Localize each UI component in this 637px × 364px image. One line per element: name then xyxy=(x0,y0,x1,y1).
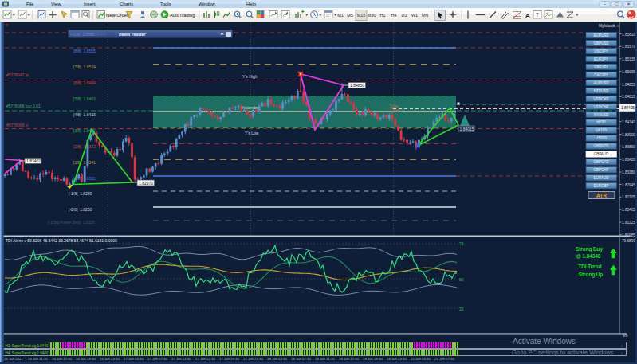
svg-text:21 Jun 07:30: 21 Jun 07:30 xyxy=(434,357,454,361)
svg-text:Charts: Charts xyxy=(120,2,133,6)
svg-text:H4: H4 xyxy=(391,13,396,18)
svg-text:1.84015: 1.84015 xyxy=(460,127,474,131)
svg-text:1.81985: 1.81985 xyxy=(622,233,635,237)
svg-text:[-1/3rd Frame Shift] 1.8228: [-1/3rd Frame Shift] 1.8228 xyxy=(48,221,95,225)
svg-text:16 Jun 11:30: 16 Jun 11:30 xyxy=(28,357,48,361)
svg-text:Y's Low: Y's Low xyxy=(245,131,259,135)
svg-text:M1: M1 xyxy=(337,13,344,18)
svg-text:[2/8] 1.8372: [2/8] 1.8372 xyxy=(73,144,96,149)
svg-text:[-1/8] 1.8280: [-1/8] 1.8280 xyxy=(69,191,92,196)
svg-text:HK50: HK50 xyxy=(596,120,606,124)
svg-text:1.82465: 1.82465 xyxy=(622,208,635,212)
svg-text:GBPNZD: GBPNZD xyxy=(594,144,610,148)
svg-text:1.84405: 1.84405 xyxy=(621,106,635,110)
svg-text:18 Jun 07:30: 18 Jun 07:30 xyxy=(291,357,311,361)
svg-text:File: File xyxy=(26,2,33,6)
svg-text:GBPCAD: GBPCAD xyxy=(593,160,609,164)
svg-text:Strong Up: Strong Up xyxy=(579,272,604,278)
svg-text:1.83180: 1.83180 xyxy=(622,170,635,174)
svg-text:17 Jun 03:30: 17 Jun 03:30 xyxy=(124,357,144,361)
svg-text:T: T xyxy=(536,12,539,18)
svg-text:Myfxbook ☺: Myfxbook ☺ xyxy=(599,24,620,28)
svg-text:USDJPY: USDJPY xyxy=(594,49,608,53)
svg-text:ATR: ATR xyxy=(596,193,607,198)
svg-text:[4/8] 1.8433: [4/8] 1.8433 xyxy=(73,112,96,117)
svg-text:[1/8] 1.8341: [1/8] 1.8341 xyxy=(73,160,96,165)
svg-text:GBPCHF: GBPCHF xyxy=(594,168,609,172)
svg-text:18 Jun 11:30: 18 Jun 11:30 xyxy=(315,357,335,361)
svg-text:XAUUSD: XAUUSD xyxy=(594,113,610,117)
svg-text:50: 50 xyxy=(459,277,464,282)
svg-text:[5/8] 1.8463: [5/8] 1.8463 xyxy=(73,96,96,101)
svg-text:CADJPY: CADJPY xyxy=(594,73,608,77)
svg-text:Open: Open xyxy=(391,108,400,112)
svg-text:W1: W1 xyxy=(411,13,418,18)
svg-text:EURUSD: EURUSD xyxy=(593,33,609,37)
svg-text:M5: M5 xyxy=(347,13,353,18)
svg-text:1.85335: 1.85335 xyxy=(622,57,635,61)
svg-text:↕: ↕ xyxy=(621,351,623,355)
svg-text:Window: Window xyxy=(199,2,215,6)
svg-text:17 Jun 23:30: 17 Jun 23:30 xyxy=(243,357,263,361)
svg-text:17 Jun 19:30: 17 Jun 19:30 xyxy=(219,357,239,361)
svg-text:AUDUSD: AUDUSD xyxy=(593,81,609,85)
svg-text:18 Jun 23:30: 18 Jun 23:30 xyxy=(387,357,407,361)
svg-text:GBPUSD: GBPUSD xyxy=(593,41,609,45)
svg-text:[8/8] 1.8555: [8/8] 1.8555 xyxy=(73,49,96,53)
svg-text:GBPJPY: GBPJPY xyxy=(594,65,608,69)
svg-text:GBPAUD: GBPAUD xyxy=(594,152,609,156)
svg-text:US500: US500 xyxy=(596,136,607,140)
svg-text:H1: H1 xyxy=(379,13,385,18)
svg-text:View: View xyxy=(51,2,61,6)
svg-text:EURJPY: EURJPY xyxy=(594,57,608,61)
svg-text:[6/8] 1.8494: [6/8] 1.8494 xyxy=(73,80,96,85)
svg-text:16 Jun 19:30: 16 Jun 19:30 xyxy=(76,357,96,361)
svg-text:#5778068 sl: #5778068 sl xyxy=(6,123,28,127)
svg-text:M15: M15 xyxy=(357,13,366,18)
svg-text:Activate Windows: Activate Windows xyxy=(513,337,576,346)
svg-text:1.83420: 1.83420 xyxy=(622,158,635,162)
svg-text:#5778068 buy 0.01: #5778068 buy 0.01 xyxy=(6,104,41,108)
svg-text:1.84850: 1.84850 xyxy=(350,83,364,88)
svg-text:NZDUSD: NZDUSD xyxy=(594,89,609,93)
svg-text:9/9: 9/9 xyxy=(623,334,628,338)
svg-text:Tools: Tools xyxy=(160,2,171,6)
svg-text:1.82225: 1.82225 xyxy=(622,221,635,225)
svg-text:TDI Alerts v 59.8206 46.5442 3: TDI Alerts v 59.8206 46.5442 33.2678 58.… xyxy=(6,238,117,243)
svg-text:−: − xyxy=(604,2,606,6)
svg-text:EURGBP: EURGBP xyxy=(593,184,608,188)
svg-text:USDCHF: USDCHF xyxy=(594,105,609,109)
svg-text:18 Jun 03:30: 18 Jun 03:30 xyxy=(267,357,287,361)
svg-text:[+2/8] 1.8586: [+2/8] 1.8586 xyxy=(70,32,95,37)
svg-text:1.84140: 1.84140 xyxy=(622,120,635,124)
svg-text:news reader: news reader xyxy=(119,32,147,37)
svg-text:78: 78 xyxy=(459,241,464,246)
svg-text:16 Jun 2021: 16 Jun 2021 xyxy=(4,357,23,361)
svg-text:21 Jun 03:30: 21 Jun 03:30 xyxy=(411,357,431,361)
svg-text:Help: Help xyxy=(246,2,256,6)
svg-text:Y's High: Y's High xyxy=(242,74,258,79)
svg-text:17 Jun 11:30: 17 Jun 11:30 xyxy=(171,357,191,361)
svg-text:D1: D1 xyxy=(401,13,407,18)
svg-text:↕: ↕ xyxy=(621,344,623,348)
svg-text:1.82705: 1.82705 xyxy=(622,195,635,199)
svg-text:Go to PC settings to activate: Go to PC settings to activate Windows. xyxy=(512,349,615,356)
svg-text:Insert: Insert xyxy=(84,2,96,6)
svg-text:1.83402: 1.83402 xyxy=(26,159,41,163)
svg-text:1.82945: 1.82945 xyxy=(622,183,635,187)
svg-text:1.82970: 1.82970 xyxy=(139,181,153,186)
svg-text:MN: MN xyxy=(422,13,429,18)
svg-text:79.6899: 79.6899 xyxy=(622,239,635,243)
svg-text:1.84615: 1.84615 xyxy=(622,95,635,99)
svg-text:H4 SuperTrend sig 1.8400: H4 SuperTrend sig 1.8400 xyxy=(6,351,49,355)
svg-text:Strong Buy: Strong Buy xyxy=(576,246,603,252)
svg-text:EURAUD: EURAUD xyxy=(593,176,609,180)
svg-text:✕: ✕ xyxy=(627,2,631,6)
svg-text:UK100: UK100 xyxy=(596,128,607,132)
svg-text:AutoTrading: AutoTrading xyxy=(170,13,195,18)
svg-text:16 Jun 15:30: 16 Jun 15:30 xyxy=(52,357,72,361)
svg-text:New Order: New Order xyxy=(106,13,128,18)
svg-text:A: A xyxy=(525,12,530,19)
svg-text:1.85810: 1.85810 xyxy=(622,33,635,37)
svg-text:1.83660: 1.83660 xyxy=(622,145,635,149)
